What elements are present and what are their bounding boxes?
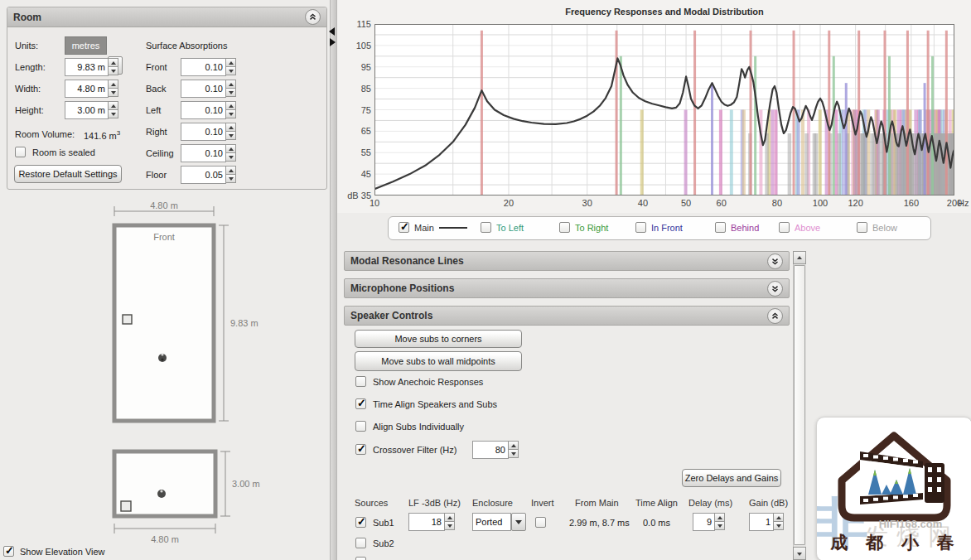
legend-checkbox-0[interactable] xyxy=(399,222,409,233)
absorption-input-3[interactable] xyxy=(181,123,226,141)
absorption-spinner-0[interactable] xyxy=(226,58,237,76)
absorption-field-5 xyxy=(181,166,237,184)
legend-label-4: Behind xyxy=(731,223,759,233)
crossover-spinner[interactable] xyxy=(509,441,519,459)
modal-resonance-title: Modal Resonance Lines xyxy=(350,255,464,267)
absorption-spinner-3[interactable] xyxy=(226,123,237,141)
time-align-label: Time Align Speakers and Subs xyxy=(373,399,497,409)
sub1-lf-field xyxy=(408,513,456,531)
dim-input-1[interactable] xyxy=(65,80,109,98)
dim-field-0 xyxy=(65,58,119,76)
show-elevation-checkbox[interactable] xyxy=(3,546,14,557)
room-volume-label: Room Volume: xyxy=(15,129,75,139)
legend-label-6: Below xyxy=(872,223,897,233)
dim-label-2: Height: xyxy=(15,105,44,115)
scrollbar-up-button[interactable] xyxy=(793,251,806,264)
absorption-input-2[interactable] xyxy=(181,101,226,119)
chart-title: Frequency Responses and Modal Distributi… xyxy=(374,7,954,17)
absorption-spinner-5[interactable] xyxy=(226,166,237,184)
collapse-panel-button[interactable] xyxy=(305,9,321,25)
microphone-positions-panel-header[interactable]: Microphone Positions xyxy=(344,278,790,298)
sources-header-1: LF -3dB (Hz) xyxy=(408,498,461,508)
legend-line-sample xyxy=(439,227,467,229)
absorption-input-0[interactable] xyxy=(181,58,226,76)
absorption-label-0: Front xyxy=(146,62,167,72)
legend-checkbox-5[interactable] xyxy=(779,222,790,233)
dim-spinner-2[interactable] xyxy=(109,101,119,119)
crossover-checkbox[interactable] xyxy=(355,444,366,455)
sub1-gain-field xyxy=(749,513,785,531)
expand-modal-resonance-button[interactable] xyxy=(767,253,783,269)
sub1-lf-input[interactable] xyxy=(408,513,445,531)
absorption-input-5[interactable] xyxy=(181,166,226,184)
sources-header-3: Invert xyxy=(531,498,554,508)
plan-length-dim: 9.83 m xyxy=(230,318,258,328)
dim-spinner-0[interactable] xyxy=(109,58,119,76)
show-anechoic-checkbox[interactable] xyxy=(355,376,366,387)
listener-marker-elevation[interactable] xyxy=(157,490,166,498)
legend-checkbox-2[interactable] xyxy=(559,222,570,233)
sub2-enable-checkbox[interactable] xyxy=(355,538,366,548)
move-subs-corners-button[interactable]: Move subs to corners xyxy=(355,330,522,348)
dim-spinner-1[interactable] xyxy=(109,80,119,98)
scrollbar-thumb[interactable] xyxy=(794,265,805,545)
sub3-enable-checkbox-partial[interactable] xyxy=(355,557,366,560)
absorption-spinner-4[interactable] xyxy=(226,144,237,162)
collapse-speaker-controls-button[interactable] xyxy=(767,308,783,324)
room-sealed-checkbox[interactable] xyxy=(15,147,26,157)
x-axis-tick-80: 80 xyxy=(761,198,794,208)
legend-checkbox-4[interactable] xyxy=(715,222,726,233)
sub1-lf-spinner[interactable] xyxy=(445,513,456,531)
legend-label-3: In Front xyxy=(651,223,683,233)
absorption-spinner-2[interactable] xyxy=(226,101,237,119)
modal-resonance-panel-header[interactable]: Modal Resonance Lines xyxy=(344,251,790,271)
align-subs-label: Align Subs Individually xyxy=(373,422,464,432)
subwoofer-marker-elevation[interactable] xyxy=(121,501,131,511)
crossover-input[interactable] xyxy=(472,441,509,459)
sub1-delay-spinner[interactable] xyxy=(715,513,726,531)
watermark-name: 成 都 小 春 xyxy=(829,533,961,552)
legend-item-in-front: In Front xyxy=(630,222,683,233)
x-axis-tick-120: 120 xyxy=(839,198,872,208)
sources-header-2: Enclosure xyxy=(472,498,513,508)
sub1-gain-spinner[interactable] xyxy=(774,513,785,531)
show-anechoic-label: Show Anechoic Responses xyxy=(373,377,483,387)
sources-header-5: Time Align xyxy=(635,498,678,508)
sub1-delay-input[interactable] xyxy=(693,513,715,531)
time-align-checkbox[interactable] xyxy=(355,398,366,409)
surface-absorptions-title: Surface Absorptions xyxy=(146,41,227,51)
sub1-gain-input[interactable] xyxy=(749,513,774,531)
restore-defaults-button[interactable]: Restore Default Settings xyxy=(14,165,122,183)
room-panel-header[interactable]: Room xyxy=(7,7,326,27)
absorption-spinner-1[interactable] xyxy=(226,80,237,98)
sub1-invert-checkbox[interactable] xyxy=(535,517,546,528)
legend-label-0: Main xyxy=(414,223,434,233)
sub1-enable-checkbox[interactable] xyxy=(355,517,366,528)
legend-checkbox-1[interactable] xyxy=(481,222,491,233)
legend-label-2: To Right xyxy=(575,223,608,233)
legend-checkbox-6[interactable] xyxy=(857,222,867,233)
align-subs-checkbox[interactable] xyxy=(355,421,366,432)
legend-checkbox-3[interactable] xyxy=(635,222,646,233)
crossover-label: Crossover Filter (Hz) xyxy=(373,445,457,455)
absorption-input-1[interactable] xyxy=(181,80,226,98)
subwoofer-marker[interactable] xyxy=(123,315,132,324)
speaker-controls-panel-header[interactable]: Speaker Controls xyxy=(344,306,790,326)
units-select[interactable]: metres xyxy=(65,36,107,55)
dim-input-0[interactable] xyxy=(65,58,109,76)
expand-microphone-positions-button[interactable] xyxy=(767,281,783,297)
move-subs-midpoints-button[interactable]: Move subs to wall midpoints xyxy=(355,351,522,371)
y-axis-tick-45: 45 xyxy=(321,169,371,179)
absorption-input-4[interactable] xyxy=(181,144,226,162)
sub1-from-main-value: 2.99 m, 8.7 ms xyxy=(569,518,630,528)
chevron-double-up-icon xyxy=(771,311,780,321)
dim-input-2[interactable] xyxy=(65,101,109,119)
sub1-enclosure-dropdown-arrow[interactable] xyxy=(511,513,526,531)
absorption-field-3 xyxy=(181,123,237,141)
scrollbar-down-button[interactable] xyxy=(793,547,806,560)
chevron-double-down-icon xyxy=(771,257,780,266)
sub1-enclosure-select[interactable]: Ported xyxy=(472,513,511,531)
y-axis-tick-105: 105 xyxy=(321,41,371,51)
show-elevation-label: Show Elevation View xyxy=(20,547,105,557)
zero-delays-gains-button[interactable]: Zero Delays and Gains xyxy=(682,469,781,487)
